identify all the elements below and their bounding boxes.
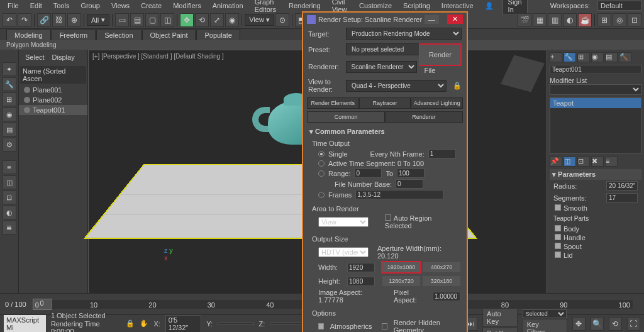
auto-region-checkbox[interactable]	[385, 214, 391, 221]
scene-item-plane001[interactable]: Plane001	[19, 85, 87, 95]
part-lid-checkbox[interactable]	[555, 252, 561, 258]
menu-interactive[interactable]: Interactive	[436, 1, 479, 11]
hand-icon[interactable]: ✋	[140, 319, 148, 328]
file-num-spinner[interactable]	[396, 179, 423, 189]
single-radio[interactable]	[318, 151, 325, 157]
pixel-aspect-spinner[interactable]	[433, 292, 460, 301]
cmd-create-icon[interactable]: +	[550, 52, 562, 62]
redo-button[interactable]: ↷	[18, 13, 31, 27]
scene-sort-header[interactable]: Name (Sorted Ascen	[20, 66, 86, 84]
scene-item-teapot001[interactable]: Teapot001	[19, 105, 87, 115]
target-dropdown[interactable]: Production Rendering Mode	[346, 28, 462, 40]
part-spout-checkbox[interactable]	[555, 243, 561, 249]
left-tool-a[interactable]: ≡	[3, 160, 16, 174]
preset-320x180[interactable]: 320x180	[423, 276, 460, 286]
tab-advanced-lighting[interactable]: Advanced Lighting	[411, 97, 463, 109]
menu-customize[interactable]: Customize	[354, 1, 397, 11]
ribbon-freeform[interactable]: Freeform	[52, 30, 96, 40]
create-tab-icon[interactable]: ✦	[3, 62, 16, 76]
range-radio[interactable]	[318, 170, 325, 177]
nav-orbit-button[interactable]: ⟲	[609, 317, 622, 331]
stack-show-icon[interactable]: ◫	[564, 157, 576, 167]
object-name-field[interactable]	[550, 65, 641, 74]
render-setup-button[interactable]: 🎬	[518, 13, 531, 27]
active-seg-radio[interactable]	[318, 160, 325, 167]
rect-select-button[interactable]: ▢	[145, 13, 159, 27]
lock-icon[interactable]: 🔒	[453, 82, 462, 90]
radius-spinner[interactable]	[606, 181, 638, 191]
tool-x-button[interactable]: ⊞	[597, 13, 611, 27]
scene-item-plane002[interactable]: Plane002	[19, 95, 87, 105]
modify-tab-icon[interactable]: 🔧	[3, 77, 16, 91]
ribbon-populate[interactable]: Populate	[196, 30, 240, 40]
left-tool-e[interactable]: ≣	[3, 221, 16, 235]
scene-tab-select[interactable]: Select	[21, 52, 48, 62]
move-button[interactable]: ✥	[180, 13, 194, 27]
width-spinner[interactable]	[347, 263, 375, 272]
menu-edit[interactable]: Edit	[25, 1, 47, 11]
every-nth-spinner[interactable]	[428, 149, 456, 158]
preset-480x270[interactable]: 480x270	[423, 262, 460, 272]
tab-common[interactable]: Common	[307, 111, 385, 123]
placement-button[interactable]: ◉	[225, 13, 239, 27]
render-button[interactable]: ☕	[578, 13, 592, 27]
select-button[interactable]: ▭	[115, 13, 129, 27]
window-crossing-button[interactable]: ◫	[160, 13, 174, 27]
scene-tab-display[interactable]: Display	[48, 52, 79, 62]
left-tool-b[interactable]: ◫	[3, 175, 16, 189]
utilities-tab-icon[interactable]: ⚙	[3, 138, 16, 152]
left-tool-c[interactable]: ⊡	[3, 191, 16, 204]
menu-file[interactable]: File	[3, 1, 24, 11]
menu-tools[interactable]: Tools	[48, 1, 75, 11]
frames-input[interactable]	[355, 190, 443, 199]
view-dropdown[interactable]: Quad 4 - Perspective	[346, 80, 447, 92]
stack-pin-icon[interactable]: 📌	[550, 157, 562, 167]
cmd-motion-icon[interactable]: ◉	[591, 52, 604, 62]
cmd-display-icon[interactable]: ▤	[605, 52, 618, 62]
menu-group[interactable]: Group	[75, 1, 105, 11]
nav-zoom-button[interactable]: 🔍	[591, 317, 604, 331]
hierarchy-tab-icon[interactable]: ⊞	[3, 92, 16, 106]
lock-selection-icon[interactable]: 🔒	[126, 319, 135, 328]
stack-remove-icon[interactable]: ✖	[591, 157, 604, 167]
modifier-list-dropdown[interactable]	[550, 84, 641, 95]
x-coord[interactable]: 0'5 12/32"	[165, 315, 201, 333]
menu-modifiers[interactable]: Modifiers	[168, 1, 206, 11]
part-handle-checkbox[interactable]	[555, 234, 561, 240]
menu-animation[interactable]: Animation	[208, 1, 248, 11]
close-button[interactable]: ✕	[447, 14, 463, 24]
visibility-icon[interactable]	[24, 97, 30, 103]
state-sets-button[interactable]: ▥	[548, 13, 562, 27]
set-key-button[interactable]: Set Key	[482, 328, 518, 332]
smooth-checkbox[interactable]	[555, 204, 561, 211]
preset-1920x1080[interactable]: 1920x1080	[382, 262, 420, 272]
display-tab-icon[interactable]: ▤	[3, 123, 16, 136]
selection-filter[interactable]: All▾	[87, 14, 109, 26]
render-frame-button[interactable]: ▦	[533, 13, 547, 27]
tool-z-button[interactable]: ⊡	[628, 13, 641, 27]
menu-create[interactable]: Create	[136, 1, 167, 11]
undo-button[interactable]: ↶	[3, 13, 16, 27]
tab-renderer[interactable]: Renderer	[385, 111, 463, 123]
nav-pan-button[interactable]: ✥	[572, 317, 586, 331]
atmospherics-checkbox[interactable]	[318, 323, 324, 329]
nav-max-button[interactable]: ⛶	[627, 317, 640, 331]
rotate-button[interactable]: ⟲	[195, 13, 209, 27]
ribbon-objectpaint[interactable]: Object Paint	[142, 30, 196, 40]
z-coord[interactable]	[270, 323, 306, 325]
part-body-checkbox[interactable]	[555, 225, 561, 231]
height-spinner[interactable]	[347, 277, 375, 286]
render-button[interactable]: Render	[420, 45, 460, 65]
tool-y-button[interactable]: ◎	[613, 13, 626, 27]
workspace-select[interactable]	[597, 1, 641, 11]
hidden-geom-checkbox[interactable]	[382, 323, 387, 329]
pivot-button[interactable]: ⊙	[275, 13, 289, 27]
menu-rendering[interactable]: Rendering	[284, 1, 326, 11]
range-from-spinner[interactable]	[354, 169, 382, 178]
output-preset-dropdown[interactable]: HDTV (video)	[318, 247, 369, 257]
range-to-spinner[interactable]	[397, 169, 425, 178]
segments-spinner[interactable]	[606, 193, 638, 202]
stack-config-icon[interactable]: ≡	[605, 157, 618, 167]
refcoord-dropdown[interactable]: View ▾	[245, 14, 274, 26]
minimize-button[interactable]: —	[425, 15, 439, 24]
